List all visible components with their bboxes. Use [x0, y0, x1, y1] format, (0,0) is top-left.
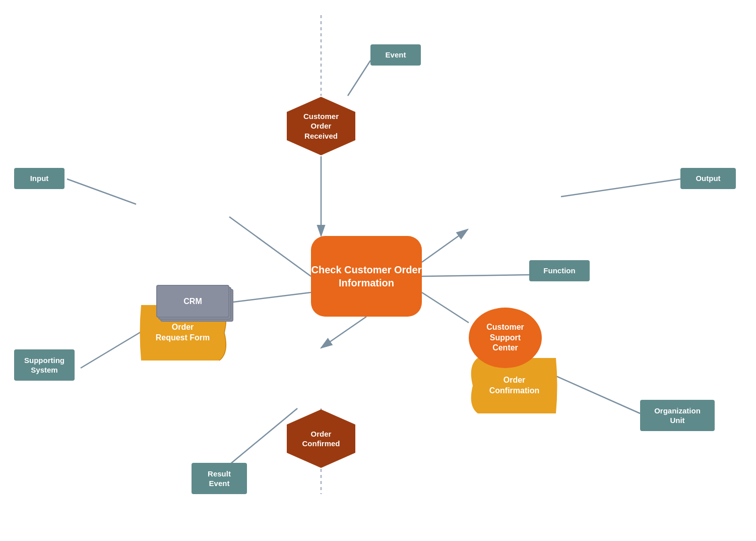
supporting-system-label: SupportingSystem	[24, 355, 65, 375]
svg-line-10	[67, 179, 136, 204]
result-event-label-box: ResultEvent	[192, 463, 247, 494]
input-label-box: Input	[14, 168, 65, 189]
result-event-label: ResultEvent	[208, 469, 231, 489]
svg-line-5	[422, 229, 468, 262]
customer-order-received-node: CustomerOrderReceived	[286, 96, 356, 156]
svg-line-2	[321, 317, 366, 348]
order-confirmed-label: OrderConfirmed	[302, 429, 340, 449]
output-label: Output	[696, 173, 720, 184]
input-label: Input	[30, 173, 49, 184]
svg-line-12	[348, 61, 370, 96]
customer-support-center-label: CustomerSupportCenter	[486, 322, 524, 353]
order-confirmation-label: OrderConfirmation	[489, 375, 540, 396]
output-label-box: Output	[680, 168, 736, 189]
crm-node: CRM	[156, 285, 234, 325]
crm-label: CRM	[183, 297, 202, 306]
organization-unit-label-box: OrganizationUnit	[640, 400, 715, 431]
main-function-label: Check Customer Order Information	[311, 263, 422, 289]
event-label-box: Event	[370, 44, 421, 66]
main-function-node: Check Customer Order Information	[311, 236, 422, 317]
supporting-system-label-box: SupportingSystem	[14, 349, 75, 381]
function-label: Function	[543, 266, 575, 276]
diagram: Check Customer Order Information Custome…	[0, 0, 756, 541]
event-label: Event	[386, 50, 406, 60]
function-label-box: Function	[529, 260, 590, 281]
svg-line-6	[229, 292, 311, 303]
customer-support-center-node: CustomerSupportCenter	[469, 308, 542, 368]
customer-order-received-label: CustomerOrderReceived	[303, 111, 339, 141]
svg-line-4	[229, 217, 311, 276]
svg-line-7	[422, 292, 469, 323]
organization-unit-label: OrganizationUnit	[654, 406, 701, 426]
svg-line-11	[561, 179, 680, 197]
order-confirmed-node: OrderConfirmed	[286, 408, 356, 469]
svg-line-8	[422, 275, 529, 276]
order-request-form-label: OrderRequest Form	[156, 322, 210, 343]
